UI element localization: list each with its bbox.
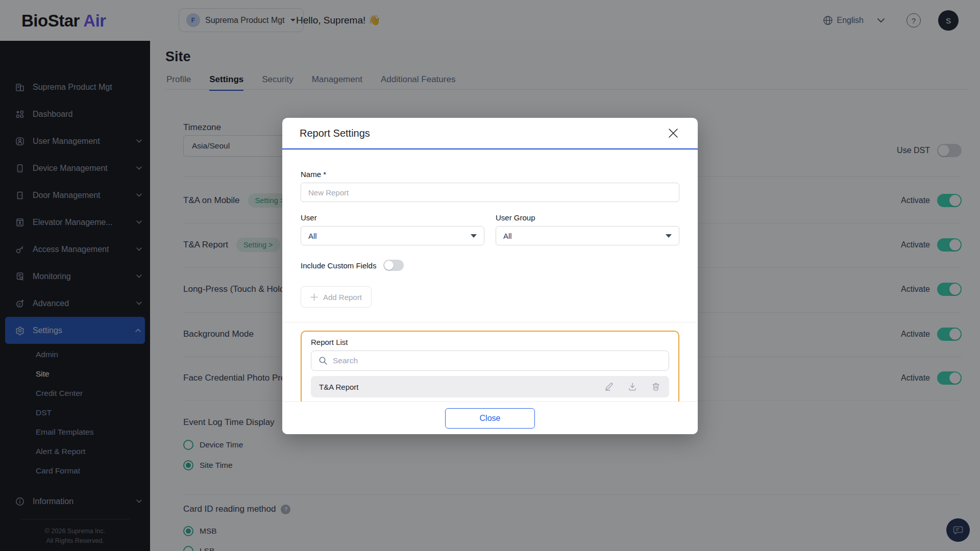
- modal-section-divider: [282, 322, 698, 322]
- report-list-title: Report List: [311, 338, 669, 346]
- report-settings-modal: Report Settings Name * User All User Gro…: [282, 118, 698, 434]
- report-name-input[interactable]: [301, 183, 679, 202]
- edit-icon[interactable]: [604, 382, 614, 392]
- include-custom-fields-row: Include Custom Fields: [301, 260, 679, 271]
- close-icon[interactable]: [666, 126, 680, 140]
- chevron-down-icon: [471, 234, 477, 238]
- download-icon[interactable]: [627, 382, 638, 392]
- name-label: Name *: [301, 170, 679, 179]
- search-icon: [318, 356, 328, 365]
- modal-header: Report Settings: [282, 118, 698, 149]
- user-group-select[interactable]: All: [496, 226, 679, 245]
- user-group-label: User Group: [496, 213, 679, 222]
- screen: BioStar Air F Suprema Product Mgt Hello,…: [0, 0, 980, 551]
- delete-icon[interactable]: [651, 382, 661, 392]
- close-button[interactable]: Close: [445, 408, 535, 429]
- user-label: User: [301, 213, 484, 222]
- modal-body: Name * User All User Group All: [282, 170, 698, 406]
- report-search-input[interactable]: [333, 356, 662, 365]
- modal-title: Report Settings: [300, 128, 370, 139]
- chevron-down-icon: [666, 234, 672, 238]
- report-list-item[interactable]: T&A Report: [311, 376, 669, 397]
- add-report-button[interactable]: Add Report: [301, 286, 372, 308]
- modal-footer: Close: [282, 402, 698, 434]
- include-custom-fields-label: Include Custom Fields: [301, 261, 376, 270]
- include-custom-fields-toggle[interactable]: [383, 260, 404, 271]
- plus-icon: [310, 293, 318, 301]
- user-select[interactable]: All: [301, 226, 484, 245]
- report-list-panel: Report List T&A Report: [301, 331, 679, 406]
- report-search: [311, 350, 669, 371]
